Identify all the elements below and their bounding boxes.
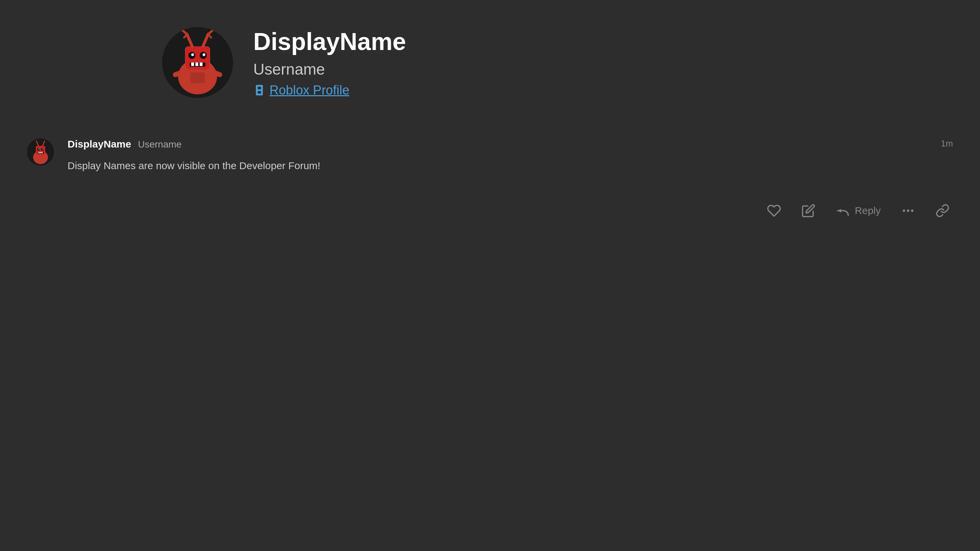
roblox-logo-icon: [253, 84, 266, 96]
profile-display-name: DisplayName: [253, 28, 406, 56]
more-button[interactable]: [897, 200, 918, 221]
more-icon: [901, 203, 915, 218]
svg-point-30: [43, 149, 44, 149]
post-actions: Reply: [0, 187, 980, 235]
svg-rect-23: [258, 91, 261, 94]
svg-point-39: [911, 210, 913, 212]
post-avatar: [27, 138, 54, 165]
svg-rect-32: [38, 152, 40, 153]
svg-rect-21: [256, 85, 263, 95]
post-content: DisplayName Username Display Names are n…: [68, 138, 953, 173]
svg-point-38: [907, 210, 909, 212]
pencil-icon: [801, 203, 816, 218]
like-button[interactable]: [764, 200, 784, 221]
post-section: DisplayName Username Display Names are n…: [0, 118, 980, 187]
profile-username: Username: [253, 60, 406, 78]
profile-section: DisplayName Username Roblox Profile: [0, 0, 980, 118]
svg-rect-22: [258, 87, 261, 89]
chain-icon: [935, 203, 950, 218]
post-header: DisplayName Username: [68, 138, 953, 150]
post-username: Username: [138, 139, 181, 150]
svg-point-37: [903, 210, 905, 212]
svg-rect-10: [196, 62, 198, 66]
edit-button[interactable]: [798, 200, 819, 221]
link-button[interactable]: [932, 200, 953, 221]
roblox-profile-link[interactable]: Roblox Profile: [253, 83, 406, 98]
profile-info: DisplayName Username Roblox Profile: [253, 28, 406, 98]
svg-point-7: [203, 53, 205, 56]
reply-icon: [836, 203, 850, 218]
svg-rect-9: [191, 62, 194, 66]
reply-label: Reply: [855, 205, 881, 216]
svg-rect-20: [191, 72, 205, 83]
svg-rect-11: [200, 62, 202, 66]
heart-icon: [767, 203, 781, 218]
roblox-profile-label: Roblox Profile: [269, 83, 350, 98]
svg-point-6: [191, 53, 194, 56]
profile-avatar: [162, 27, 233, 98]
svg-point-29: [38, 149, 40, 149]
reply-button[interactable]: Reply: [832, 200, 884, 221]
post-timestamp: 1m: [941, 138, 953, 149]
post-display-name: DisplayName: [68, 138, 131, 150]
svg-rect-34: [41, 152, 43, 153]
svg-rect-33: [40, 152, 41, 153]
post-text: Display Names are now visible on the Dev…: [68, 158, 953, 173]
